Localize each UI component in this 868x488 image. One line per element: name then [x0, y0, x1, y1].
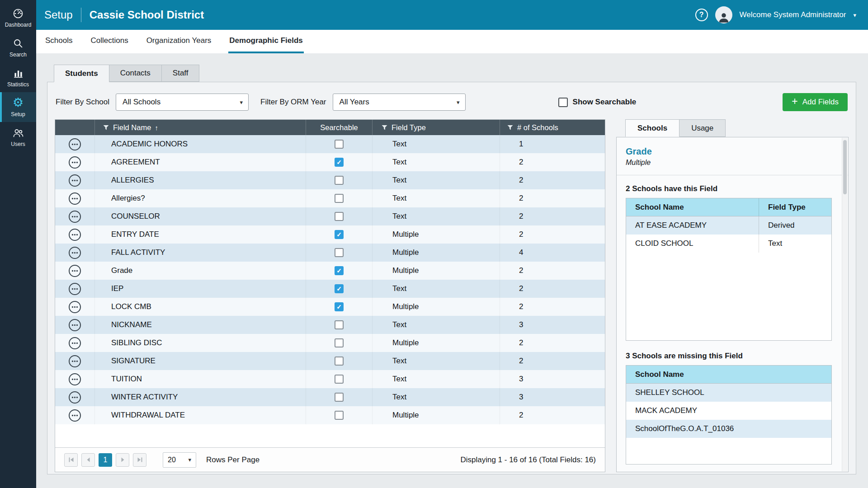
table-row[interactable]: ACADEMIC HONORS Text 1 [55, 135, 605, 153]
row-actions-ellipsis-icon[interactable] [69, 373, 81, 385]
fields-table-body: ACADEMIC HONORS Text 1 AGREEMENT ✓ Text … [55, 135, 605, 424]
row-actions-ellipsis-icon[interactable] [69, 265, 81, 277]
add-fields-button[interactable]: + Add Fields [783, 93, 848, 111]
table-row[interactable]: AGREEMENT ✓ Text 2 [55, 153, 605, 171]
searchable-checkbox[interactable] [335, 212, 344, 221]
searchable-checkbox[interactable] [335, 194, 344, 203]
show-searchable-toggle[interactable]: Show Searchable [558, 98, 637, 107]
row-actions-ellipsis-icon[interactable] [69, 283, 81, 295]
panels-row: Field Name ↑ Searchable Field Type [55, 119, 849, 472]
searchable-checkbox[interactable]: ✓ [335, 284, 344, 293]
sidebar-item-dashboard[interactable]: Dashboard [0, 3, 36, 33]
table-row[interactable]: SIBLING DISC Multiple 2 [55, 334, 605, 352]
row-actions-ellipsis-icon[interactable] [69, 337, 81, 349]
field-name-cell: LOCK CMB [94, 298, 306, 316]
searchable-cell [306, 135, 372, 153]
row-actions-ellipsis-icon[interactable] [69, 156, 81, 169]
table-row[interactable]: ENTRY DATE ✓ Multiple 2 [55, 225, 605, 244]
sidebar-item-label: Setup [11, 111, 25, 117]
searchable-column-header[interactable]: Searchable [306, 120, 372, 135]
searchable-checkbox[interactable] [335, 320, 344, 329]
filter-funnel-icon[interactable] [507, 125, 513, 131]
sidebar-item-setup[interactable]: ⚙ Setup [0, 92, 36, 122]
detail-scrollbar[interactable] [842, 138, 848, 471]
row-actions-ellipsis-icon[interactable] [69, 355, 81, 367]
scrollbar-thumb[interactable] [843, 140, 847, 194]
num-schools-cell: 2 [500, 334, 605, 352]
next-page-button[interactable] [116, 453, 129, 467]
searchable-checkbox[interactable]: ✓ [335, 158, 344, 167]
row-actions-ellipsis-icon[interactable] [69, 409, 81, 422]
help-icon[interactable]: ? [695, 9, 708, 21]
table-row[interactable]: NICKNAME Text 3 [55, 316, 605, 334]
table-row[interactable]: LOCK CMB ✓ Multiple 2 [55, 298, 605, 316]
searchable-checkbox[interactable] [335, 375, 344, 384]
year-filter-dropdown[interactable]: All Years ▾ [333, 94, 466, 111]
sidebar-item-users[interactable]: Users [0, 122, 36, 152]
missing-section-title: 3 Schools are missing this Field [626, 352, 832, 361]
searchable-checkbox[interactable] [335, 248, 344, 257]
sidebar: Dashboard Search Statistics ⚙ Setup User… [0, 0, 36, 488]
field-type-column-header[interactable]: Field Type [372, 120, 500, 135]
detail-tab-schools[interactable]: Schools [625, 119, 679, 137]
searchable-cell [306, 334, 372, 352]
num-schools-column-header[interactable]: # of Schools [500, 120, 605, 135]
row-actions-ellipsis-icon[interactable] [69, 229, 81, 241]
tab-students[interactable]: Students [54, 65, 109, 82]
detail-tab-usage[interactable]: Usage [679, 119, 726, 137]
first-page-button[interactable] [64, 453, 78, 467]
field-name-cell: ACADEMIC HONORS [94, 135, 306, 153]
row-actions-ellipsis-icon[interactable] [69, 192, 81, 205]
nav-item-organization-years[interactable]: Organization Years [146, 30, 212, 53]
searchable-checkbox[interactable] [335, 357, 344, 366]
searchable-checkbox[interactable] [335, 176, 344, 185]
table-row[interactable]: WINTER ACTIVITY Text 3 [55, 388, 605, 406]
searchable-checkbox[interactable] [335, 393, 344, 402]
user-menu-caret-icon[interactable]: ▾ [853, 12, 856, 19]
table-row[interactable]: IEP ✓ Text 2 [55, 280, 605, 298]
tab-contacts[interactable]: Contacts [109, 65, 162, 82]
searchable-checkbox[interactable]: ✓ [335, 266, 344, 275]
nav-item-schools[interactable]: Schools [44, 30, 73, 53]
welcome-text[interactable]: Welcome System Administrator [740, 10, 846, 19]
field-name-column-header[interactable]: Field Name ↑ [94, 120, 306, 135]
table-row[interactable]: WITHDRAWAL DATE Multiple 2 [55, 406, 605, 424]
table-row[interactable]: Grade ✓ Multiple 2 [55, 262, 605, 280]
sidebar-item-label: Users [11, 141, 25, 147]
row-actions-ellipsis-icon[interactable] [69, 211, 81, 223]
table-row[interactable]: TUITION Text 3 [55, 370, 605, 388]
row-actions-ellipsis-icon[interactable] [69, 138, 81, 150]
tab-staff[interactable]: Staff [162, 65, 200, 82]
nav-item-demographic-fields[interactable]: Demographic Fields [228, 30, 303, 53]
searchable-checkbox[interactable] [335, 338, 344, 347]
row-actions-ellipsis-icon[interactable] [69, 174, 81, 187]
table-row[interactable]: SIGNATURE Text 2 [55, 352, 605, 370]
rows-per-page-dropdown[interactable]: 20 ▾ [163, 452, 196, 468]
filter-funnel-icon[interactable] [382, 125, 387, 131]
searchable-checkbox[interactable]: ✓ [335, 230, 344, 239]
school-filter-dropdown[interactable]: All Schools ▾ [116, 94, 249, 111]
row-actions-cell [55, 316, 94, 334]
chevron-down-icon: ▾ [457, 99, 460, 106]
sidebar-item-search[interactable]: Search [0, 33, 36, 62]
current-page-button[interactable]: 1 [99, 453, 112, 467]
filter-funnel-icon[interactable] [103, 125, 109, 131]
table-row[interactable]: ALLERGIES Text 2 [55, 171, 605, 189]
avatar[interactable] [715, 6, 732, 23]
searchable-checkbox[interactable]: ✓ [335, 302, 344, 311]
table-row[interactable]: Allergies? Text 2 [55, 189, 605, 207]
num-schools-cell: 2 [500, 225, 605, 244]
previous-page-button[interactable] [81, 453, 95, 467]
row-actions-ellipsis-icon[interactable] [69, 391, 81, 404]
table-row[interactable]: COUNSELOR Text 2 [55, 207, 605, 225]
row-actions-ellipsis-icon[interactable] [69, 301, 81, 313]
nav-item-collections[interactable]: Collections [90, 30, 129, 53]
searchable-checkbox[interactable] [335, 411, 344, 420]
row-actions-ellipsis-icon[interactable] [69, 319, 81, 331]
sidebar-item-statistics[interactable]: Statistics [0, 62, 36, 92]
row-actions-ellipsis-icon[interactable] [69, 247, 81, 259]
table-row[interactable]: FALL ACTIVITY Multiple 4 [55, 244, 605, 262]
searchable-checkbox[interactable] [335, 140, 344, 149]
last-page-button[interactable] [133, 453, 146, 467]
show-searchable-checkbox[interactable] [558, 98, 568, 107]
